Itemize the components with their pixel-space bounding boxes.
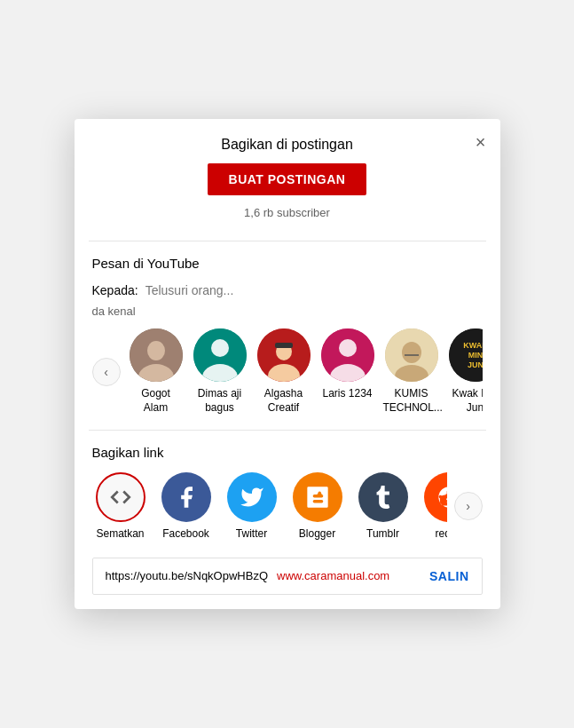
message-section-title: Pesan di YouTube xyxy=(92,256,483,271)
chevron-right-icon: › xyxy=(466,499,470,513)
share-item-facebook[interactable]: Facebook xyxy=(158,472,215,540)
url-text: https://youtu.be/sNqkOpwHBzQ xyxy=(106,569,269,582)
contact-item[interactable]: GogotAlam xyxy=(128,328,185,415)
svg-point-4 xyxy=(211,339,229,357)
share-label: reddit xyxy=(435,527,446,540)
contact-name: Kwak MinJun xyxy=(452,387,482,415)
contact-item[interactable]: KWAKMINJUN Kwak MinJun xyxy=(447,328,483,415)
copy-button[interactable]: SALIN xyxy=(429,569,469,583)
modal-header: Bagikan di postingan × xyxy=(75,119,500,163)
chevron-left-icon: ‹ xyxy=(104,365,108,379)
svg-point-14 xyxy=(402,342,421,363)
create-post-button[interactable]: BUAT POSTINGAN xyxy=(208,163,367,195)
to-row: Kepada: xyxy=(92,283,483,297)
contacts-row: ‹ GogotAlam Dimas ajibagus AlgashaCreati… xyxy=(92,328,483,415)
share-label: Sematkan xyxy=(96,527,144,540)
modal-title: Bagikan di postingan xyxy=(221,137,353,153)
share-label: Blogger xyxy=(299,527,335,540)
svg-point-11 xyxy=(339,339,357,357)
share-label: Twitter xyxy=(236,527,267,540)
share-items-row: Sematkan Facebook Twitter Blogger Tumblr xyxy=(92,472,483,540)
svg-text:KWAK: KWAK xyxy=(463,341,483,350)
share-item-tumblr[interactable]: Tumblr xyxy=(355,472,412,540)
search-people-input[interactable] xyxy=(145,283,301,297)
url-promo: www.caramanual.com xyxy=(277,569,421,582)
recent-label: da kenal xyxy=(92,305,483,318)
share-link-section: Bagikan link Sematkan Facebook Twitter B… xyxy=(75,431,500,554)
contact-item[interactable]: AlgashaCreatif xyxy=(256,328,312,415)
svg-text:MIN: MIN xyxy=(468,351,482,360)
contact-name: GogotAlam xyxy=(141,387,170,415)
create-post-section: BUAT POSTINGAN 1,6 rb subscriber xyxy=(75,163,500,241)
contact-item[interactable]: Laris 1234 xyxy=(319,328,376,415)
close-button[interactable]: × xyxy=(476,133,486,151)
contact-item[interactable]: Dimas ajibagus xyxy=(192,328,248,415)
contact-name: KUMISTECHNOL... xyxy=(383,387,440,415)
subscriber-count: 1,6 rb subscriber xyxy=(92,206,483,233)
share-link-title: Bagikan link xyxy=(92,445,483,460)
share-label: Facebook xyxy=(162,527,209,540)
share-item-sematkan[interactable]: Sematkan xyxy=(92,472,149,540)
to-label: Kepada: xyxy=(92,283,138,297)
contact-name: Laris 1234 xyxy=(322,387,372,401)
share-modal: Bagikan di postingan × BUAT POSTINGAN 1,… xyxy=(75,119,500,608)
contacts-prev-button[interactable]: ‹ xyxy=(92,358,121,386)
share-item-reddit[interactable]: reddit xyxy=(421,472,447,540)
share-next-button[interactable]: › xyxy=(454,492,483,520)
svg-text:JUN: JUN xyxy=(467,360,482,369)
url-bar: https://youtu.be/sNqkOpwHBzQ www.caraman… xyxy=(92,558,483,595)
svg-rect-9 xyxy=(275,343,293,348)
share-item-blogger[interactable]: Blogger xyxy=(289,472,346,540)
message-section: Pesan di YouTube Kepada: da kenal ‹ Gogo… xyxy=(75,241,500,429)
svg-point-1 xyxy=(147,341,165,360)
contact-name: Dimas ajibagus xyxy=(198,387,241,415)
contact-item[interactable]: KUMISTECHNOL... xyxy=(383,328,440,415)
contact-name: AlgashaCreatif xyxy=(264,387,303,415)
contacts-list: GogotAlam Dimas ajibagus AlgashaCreatif … xyxy=(128,328,483,415)
share-items-list: Sematkan Facebook Twitter Blogger Tumblr xyxy=(92,472,447,540)
share-item-twitter[interactable]: Twitter xyxy=(224,472,280,540)
share-label: Tumblr xyxy=(366,527,399,540)
